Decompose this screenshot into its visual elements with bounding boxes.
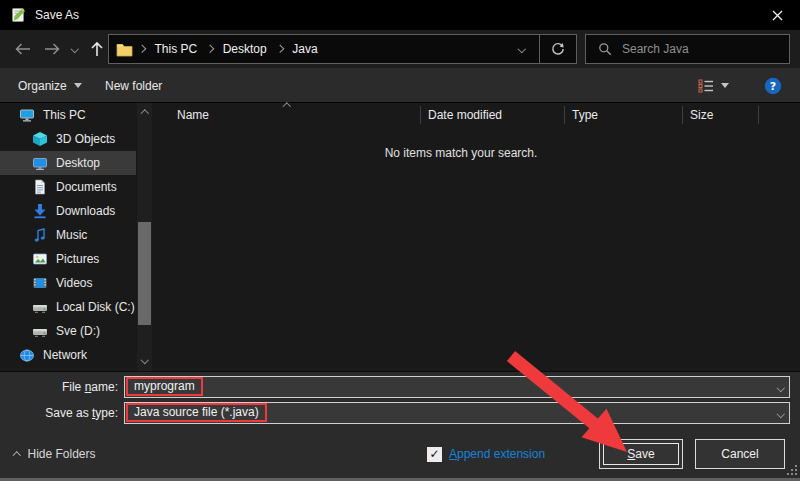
save-as-type-row: Save as type: Java source file (*.java) [0, 401, 790, 424]
save-as-type-select[interactable]: Java source file (*.java) [124, 402, 790, 424]
title-bar: Save As [0, 0, 800, 30]
file-name-row: File name: myprogram [0, 375, 790, 398]
refresh-icon[interactable] [540, 42, 576, 56]
chevron-down-icon[interactable] [776, 383, 784, 391]
chevron-down-icon [721, 83, 729, 88]
hide-folders-button[interactable]: Hide Folders [10, 439, 100, 469]
annotation-box-file-name: myprogram [126, 377, 203, 396]
organize-button[interactable]: Organize [18, 68, 82, 103]
scrollbar-thumb[interactable] [138, 222, 151, 325]
document-icon [32, 179, 48, 195]
save-as-type-label: Save as type: [0, 406, 124, 420]
new-folder-label: New folder [105, 79, 162, 93]
file-list: NameDate modifiedTypeSize No items match… [156, 103, 800, 371]
sidebar-item-label: This PC [43, 108, 86, 122]
chevron-right-icon[interactable] [206, 45, 214, 53]
chevron-right-icon[interactable] [276, 45, 284, 53]
breadcrumb-segment-desktop[interactable]: Desktop [221, 42, 269, 56]
new-folder-button[interactable]: New folder [105, 68, 162, 103]
bottom-pane: File name: myprogram Save as type: Java … [0, 371, 800, 481]
sidebar-item-sve-d[interactable]: Sve (D:) [0, 319, 136, 343]
sidebar-item-label: Desktop [56, 156, 100, 170]
music-note-icon [32, 227, 48, 243]
sidebar-item-label: Network [43, 348, 87, 362]
cancel-button[interactable]: Cancel [695, 439, 785, 469]
save-as-dialog: { "window": { "title": "Save As" }, "nav… [0, 0, 800, 481]
folder-icon [116, 42, 133, 57]
chevron-up-icon [13, 452, 21, 460]
sidebar-item-label: Sve (D:) [56, 324, 100, 338]
sidebar-item-local-disk-c[interactable]: Local Disk (C:) [0, 295, 136, 319]
window-title: Save As [35, 8, 79, 22]
details-view-icon [698, 79, 714, 93]
column-header-name[interactable]: Name [156, 103, 421, 127]
append-extension-option[interactable]: ✓ Append extension [427, 439, 545, 469]
chevron-right-icon[interactable] [138, 45, 146, 53]
column-header-label: Size [690, 108, 713, 122]
append-extension-label: Append extension [449, 447, 545, 461]
column-header-label: Type [572, 108, 598, 122]
sidebar-item-music[interactable]: Music [0, 223, 136, 247]
append-extension-checkbox[interactable]: ✓ [427, 447, 442, 462]
sidebar-item-label: 3D Objects [56, 132, 115, 146]
column-header-size[interactable]: Size [683, 103, 759, 127]
column-header-type[interactable]: Type [565, 103, 683, 127]
column-header-label: Date modified [428, 108, 502, 122]
scroll-down-icon[interactable] [137, 354, 152, 369]
picture-icon [32, 251, 48, 267]
video-icon [32, 275, 48, 291]
sidebar-item-videos[interactable]: Videos [0, 271, 136, 295]
sort-ascending-icon [283, 103, 291, 111]
sidebar-item-label: Pictures [56, 252, 99, 266]
file-name-value: myprogram [134, 379, 195, 393]
chevron-down-icon[interactable] [776, 409, 784, 417]
sidebar-item-pictures[interactable]: Pictures [0, 247, 136, 271]
help-button[interactable]: ? [764, 77, 782, 95]
up-button[interactable] [84, 36, 110, 62]
sidebar-item-this-pc[interactable]: This PC [0, 103, 136, 127]
annotation-box-save-type: Java source file (*.java) [126, 403, 267, 422]
sidebar-item-label: Local Disk (C:) [56, 300, 135, 314]
change-view-button[interactable] [698, 68, 729, 103]
sidebar-item-label: Music [56, 228, 87, 242]
sidebar: This PC3D ObjectsDesktopDocumentsDownloa… [0, 103, 136, 371]
hard-drive-icon [32, 323, 48, 339]
breadcrumb-segment-this-pc[interactable]: This PC [153, 42, 200, 56]
close-button[interactable] [755, 0, 800, 30]
sidebar-item-label: Downloads [56, 204, 115, 218]
file-name-label: File name: [0, 380, 124, 394]
sidebar-item-3d-objects[interactable]: 3D Objects [0, 127, 136, 151]
save-as-type-value: Java source file (*.java) [134, 405, 259, 419]
recent-locations-button[interactable] [66, 36, 84, 62]
download-icon [32, 203, 48, 219]
sidebar-item-downloads[interactable]: Downloads [0, 199, 136, 223]
app-icon [10, 7, 26, 23]
column-header-date-modified[interactable]: Date modified [421, 103, 565, 127]
sidebar-item-documents[interactable]: Documents [0, 175, 136, 199]
sidebar-item-label: Videos [56, 276, 92, 290]
search-box [585, 34, 790, 64]
network-icon [19, 347, 35, 363]
content-area: This PC3D ObjectsDesktopDocumentsDownloa… [0, 103, 800, 371]
search-input[interactable] [620, 41, 774, 57]
breadcrumb-segment-java[interactable]: Java [290, 42, 319, 56]
column-header-label: Name [177, 108, 209, 122]
sidebar-item-label: Documents [56, 180, 117, 194]
file-name-input[interactable]: myprogram [124, 376, 790, 398]
hide-folders-label: Hide Folders [28, 447, 96, 461]
empty-message: No items match your search. [156, 146, 766, 160]
address-dropdown-icon[interactable] [505, 46, 539, 52]
search-icon [598, 42, 612, 56]
forward-button[interactable] [38, 36, 66, 62]
hard-drive-icon [32, 299, 48, 315]
sidebar-item-network[interactable]: Network [0, 343, 136, 367]
desktop-icon [32, 155, 48, 171]
resize-grip-icon[interactable] [787, 465, 798, 476]
back-button[interactable] [8, 36, 36, 62]
sidebar-scrollbar[interactable] [137, 103, 152, 371]
chevron-down-icon [74, 83, 82, 88]
scroll-up-icon[interactable] [137, 105, 152, 120]
sidebar-item-desktop[interactable]: Desktop [0, 151, 136, 175]
address-bar[interactable]: This PCDesktopJava [108, 34, 577, 64]
save-button[interactable]: Save [599, 439, 683, 469]
